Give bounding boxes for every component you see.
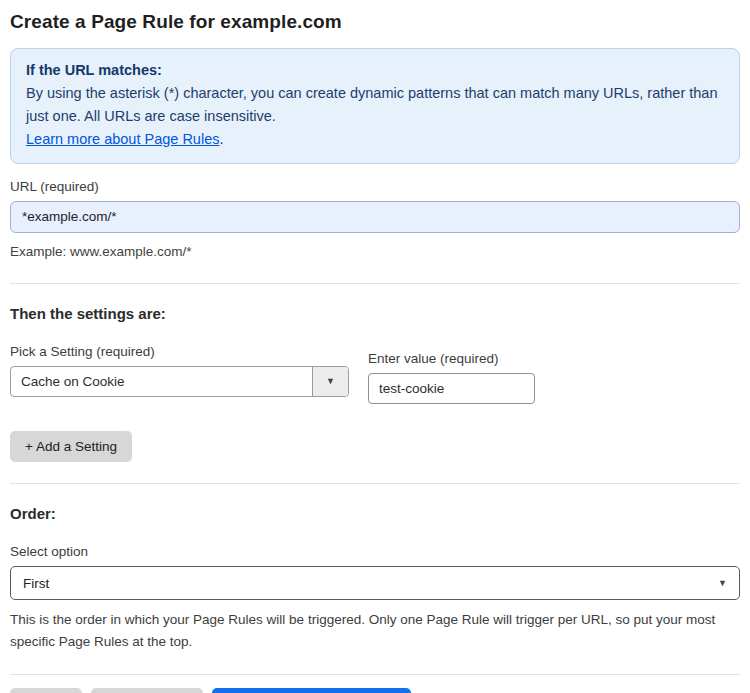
divider <box>10 483 740 484</box>
info-box-body: By using the asterisk (*) character, you… <box>26 82 724 128</box>
setting-select[interactable]: Cache on Cookie ▼ <box>10 366 349 397</box>
url-example-helper: Example: www.example.com/* <box>10 241 740 263</box>
order-select[interactable]: First ▼ <box>10 566 740 600</box>
url-input[interactable] <box>10 201 740 233</box>
settings-section-heading: Then the settings are: <box>10 305 740 322</box>
learn-more-link[interactable]: Learn more about Page Rules <box>26 131 219 147</box>
info-box-heading: If the URL matches: <box>26 59 724 82</box>
setting-select-field: Pick a Setting (required) Cache on Cooki… <box>10 344 349 397</box>
divider <box>10 283 740 284</box>
divider <box>10 674 740 675</box>
setting-value-field: Enter value (required) <box>368 351 535 404</box>
info-box-link-line: Learn more about Page Rules. <box>26 128 724 151</box>
setting-fields-row: Pick a Setting (required) Cache on Cooki… <box>10 344 740 404</box>
setting-select-label: Pick a Setting (required) <box>10 344 349 359</box>
setting-select-arrow-button[interactable]: ▼ <box>312 367 348 396</box>
setting-value-input[interactable] <box>368 373 535 404</box>
order-select-value: First <box>23 576 49 591</box>
link-period: . <box>219 131 223 147</box>
order-helper-text: This is the order in which your Page Rul… <box>10 609 725 654</box>
chevron-down-icon: ▼ <box>326 377 335 386</box>
chevron-down-icon: ▼ <box>718 579 727 588</box>
page-title: Create a Page Rule for example.com <box>10 11 740 33</box>
url-field-label: URL (required) <box>10 179 740 194</box>
page-rule-form: Create a Page Rule for example.com If th… <box>0 11 750 693</box>
footer-actions: Cancel Save as Draft Save and Deploy Pag… <box>10 688 740 693</box>
cancel-button[interactable]: Cancel <box>10 688 82 693</box>
setting-select-value: Cache on Cookie <box>11 367 312 396</box>
save-and-deploy-button[interactable]: Save and Deploy Page Rule <box>212 688 412 693</box>
value-field-label: Enter value (required) <box>368 351 535 366</box>
save-as-draft-button[interactable]: Save as Draft <box>91 688 203 693</box>
order-section-heading: Order: <box>10 505 740 522</box>
add-setting-button[interactable]: + Add a Setting <box>10 431 132 462</box>
url-match-info-box: If the URL matches: By using the asteris… <box>10 48 740 164</box>
order-select-label: Select option <box>10 544 740 559</box>
